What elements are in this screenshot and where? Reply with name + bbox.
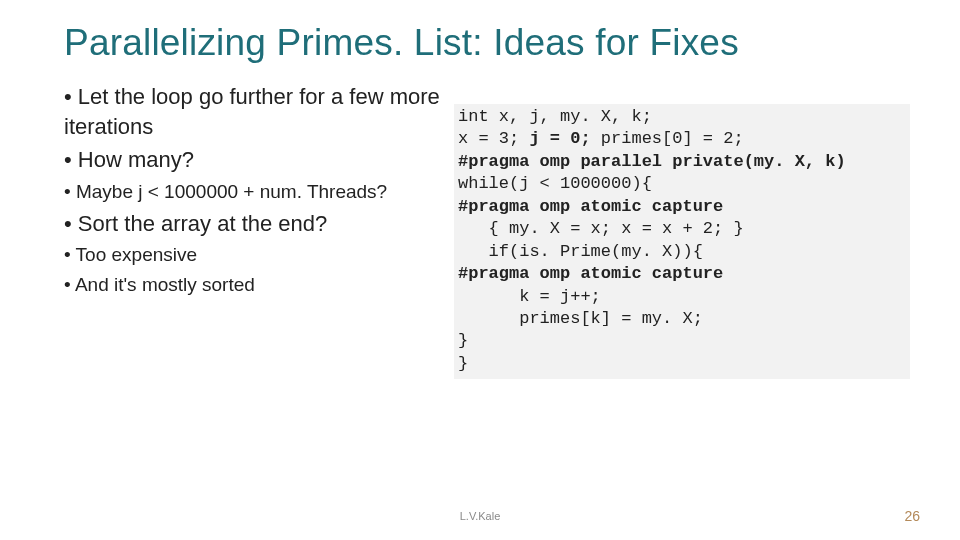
code-line: } — [458, 331, 468, 350]
code-pragma: #pragma omp atomic capture — [458, 197, 723, 216]
code-line: if(is. Prime(my. X)){ — [458, 242, 703, 261]
footer-author: L.V.Kale — [0, 510, 960, 522]
code-block: int x, j, my. X, k; x = 3; j = 0; primes… — [454, 104, 910, 379]
footer-page-number: 26 — [904, 508, 920, 524]
code-line: k = j++; — [458, 287, 601, 306]
code-line: } — [458, 354, 468, 373]
bullet-1: Let the loop go further for a few more i… — [64, 82, 454, 141]
slide-body: Let the loop go further for a few more i… — [64, 82, 910, 379]
code-pragma: #pragma omp parallel private(my. X, k) — [458, 152, 846, 171]
bullet-2: How many? — [64, 145, 454, 175]
slide-title: Parallelizing Primes. List: Ideas for Fi… — [64, 22, 910, 64]
code-pragma: #pragma omp atomic capture — [458, 264, 723, 283]
code-line: while(j < 1000000){ — [458, 174, 652, 193]
code-line: x = 3; — [458, 129, 529, 148]
code-keyword: j = 0; — [529, 129, 590, 148]
slide: Parallelizing Primes. List: Ideas for Fi… — [0, 0, 960, 540]
code-line: primes[k] = my. X; — [458, 309, 703, 328]
bullet-3-sub-2: And it's mostly sorted — [64, 272, 454, 298]
bullet-3-sub-1: Too expensive — [64, 242, 454, 268]
bullet-3: Sort the array at the end? — [64, 209, 454, 239]
bullet-column: Let the loop go further for a few more i… — [64, 82, 454, 302]
code-line: primes[0] = 2; — [591, 129, 744, 148]
code-line: { my. X = x; x = x + 2; } — [458, 219, 744, 238]
code-line: int x, j, my. X, k; — [458, 107, 652, 126]
bullet-2-sub-1: Maybe j < 1000000 + num. Threads? — [64, 179, 454, 205]
